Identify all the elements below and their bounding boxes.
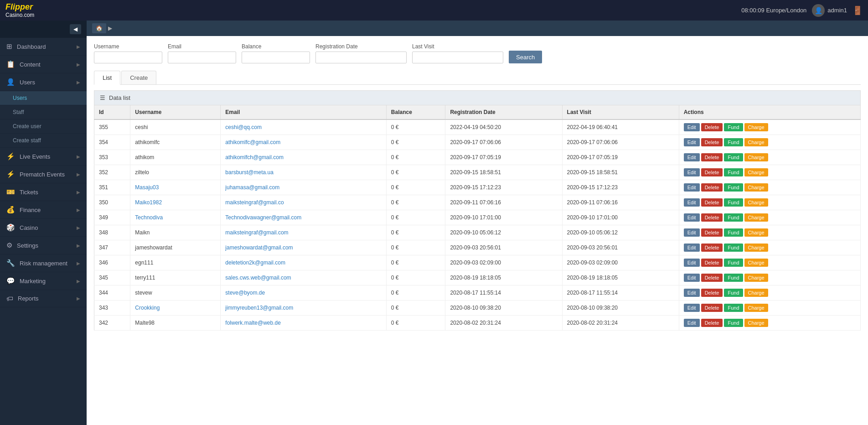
username-link[interactable]: Masaju03 xyxy=(135,184,159,191)
sidebar-item-reports[interactable]: 🏷 Reports ▶ xyxy=(0,290,87,307)
sidebar-item-marketing[interactable]: 💬 Marketing ▶ xyxy=(0,272,87,290)
tab-list[interactable]: List xyxy=(94,71,120,85)
sidebar-item-users[interactable]: 👤 Users ▶ xyxy=(0,73,87,91)
email-link[interactable]: maiksteingraf@gmail.com xyxy=(225,229,288,236)
sub-item-staff[interactable]: Staff xyxy=(0,105,87,119)
username-input[interactable] xyxy=(94,52,162,63)
sidebar-item-finance[interactable]: 💰 Finance ▶ xyxy=(0,201,87,219)
delete-button[interactable]: Delete xyxy=(701,319,723,327)
fund-button[interactable]: Fund xyxy=(724,289,743,297)
fund-button[interactable]: Fund xyxy=(724,213,743,222)
charge-button[interactable]: Charge xyxy=(744,168,768,176)
sidebar-item-tickets[interactable]: 🎫 Tickets ▶ xyxy=(0,183,87,201)
fund-button[interactable]: Fund xyxy=(724,198,743,207)
delete-button[interactable]: Delete xyxy=(701,123,723,131)
fund-button[interactable]: Fund xyxy=(724,228,743,237)
email-link[interactable]: ceshi@qq.com xyxy=(225,124,262,130)
fund-button[interactable]: Fund xyxy=(724,319,743,327)
fund-button[interactable]: Fund xyxy=(724,274,743,282)
fund-button[interactable]: Fund xyxy=(724,168,743,176)
edit-button[interactable]: Edit xyxy=(684,304,700,312)
edit-button[interactable]: Edit xyxy=(684,259,700,267)
edit-button[interactable]: Edit xyxy=(684,183,700,192)
edit-button[interactable]: Edit xyxy=(684,289,700,297)
email-link[interactable]: Technodivawagner@gmail.com xyxy=(225,214,301,221)
email-link[interactable]: athikomlfc​h@gmail.com xyxy=(225,154,284,161)
edit-button[interactable]: Edit xyxy=(684,168,700,176)
edit-button[interactable]: Edit xyxy=(684,274,700,282)
email-link[interactable]: athikomlfc@gmail.com xyxy=(225,139,280,145)
delete-button[interactable]: Delete xyxy=(701,228,723,237)
email-link[interactable]: folwerk.malte@web.de xyxy=(225,320,281,326)
edit-button[interactable]: Edit xyxy=(684,138,700,146)
delete-button[interactable]: Delete xyxy=(701,168,723,176)
sidebar-item-dashboard[interactable]: ⊞ Dashboard ▶ xyxy=(0,38,87,56)
logout-icon[interactable]: 🚪 xyxy=(852,5,863,16)
last-visit-input[interactable] xyxy=(412,52,503,63)
sidebar-item-prematch-events[interactable]: ⚡ Prematch Events ▶ xyxy=(0,166,87,183)
delete-button[interactable]: Delete xyxy=(701,213,723,222)
admin-user[interactable]: 👤 admin1 xyxy=(812,4,847,17)
charge-button[interactable]: Charge xyxy=(744,213,768,222)
fund-button[interactable]: Fund xyxy=(724,183,743,192)
fund-button[interactable]: Fund xyxy=(724,123,743,131)
email-link[interactable]: jimmyreuben13@gmail.com xyxy=(225,305,293,311)
charge-button[interactable]: Charge xyxy=(744,228,768,237)
sidebar-item-casino[interactable]: 🎲 Casino ▶ xyxy=(0,219,87,237)
delete-button[interactable]: Delete xyxy=(701,244,723,252)
delete-button[interactable]: Delete xyxy=(701,138,723,146)
sidebar-item-content[interactable]: 📋 Content ▶ xyxy=(0,56,87,73)
delete-button[interactable]: Delete xyxy=(701,259,723,267)
sidebar-item-risk-management[interactable]: 🔧 Risk management ▶ xyxy=(0,254,87,272)
charge-button[interactable]: Charge xyxy=(744,138,768,146)
username-link[interactable]: Crookking xyxy=(135,305,160,311)
email-link[interactable]: jameshowardat@gmail.com xyxy=(225,244,293,251)
edit-button[interactable]: Edit xyxy=(684,153,700,161)
delete-button[interactable]: Delete xyxy=(701,183,723,192)
sidebar-toggle-button[interactable]: ◀ xyxy=(70,24,81,34)
sub-item-create-user[interactable]: Create user xyxy=(0,119,87,134)
delete-button[interactable]: Delete xyxy=(701,153,723,161)
username-link[interactable]: Maiko1982 xyxy=(135,199,162,206)
email-link[interactable]: maiksteingraf@gmail.co xyxy=(225,199,284,206)
fund-button[interactable]: Fund xyxy=(724,259,743,267)
fund-button[interactable]: Fund xyxy=(724,304,743,312)
delete-button[interactable]: Delete xyxy=(701,289,723,297)
charge-button[interactable]: Charge xyxy=(744,153,768,161)
username-link[interactable]: Technodiva xyxy=(135,214,163,221)
sidebar-item-settings[interactable]: ⚙ Settings ▶ xyxy=(0,237,87,254)
fund-button[interactable]: Fund xyxy=(724,138,743,146)
charge-button[interactable]: Charge xyxy=(744,304,768,312)
sidebar-item-live-events[interactable]: ⚡ Live Events ▶ xyxy=(0,148,87,166)
charge-button[interactable]: Charge xyxy=(744,244,768,252)
email-link[interactable]: sales.cws.web@gmail.com xyxy=(225,275,291,281)
delete-button[interactable]: Delete xyxy=(701,198,723,207)
registration-date-input[interactable] xyxy=(315,52,407,63)
sub-item-create-staff[interactable]: Create staff xyxy=(0,134,87,148)
charge-button[interactable]: Charge xyxy=(744,123,768,131)
delete-button[interactable]: Delete xyxy=(701,304,723,312)
email-link[interactable]: deletetion2k@gmail.com xyxy=(225,259,285,266)
tab-create[interactable]: Create xyxy=(121,71,156,84)
search-button[interactable]: Search xyxy=(509,51,542,63)
edit-button[interactable]: Edit xyxy=(684,319,700,327)
fund-button[interactable]: Fund xyxy=(724,244,743,252)
edit-button[interactable]: Edit xyxy=(684,228,700,237)
balance-input[interactable] xyxy=(242,52,310,63)
email-input[interactable] xyxy=(168,52,236,63)
sub-item-users[interactable]: Users xyxy=(0,91,87,105)
charge-button[interactable]: Charge xyxy=(744,319,768,327)
edit-button[interactable]: Edit xyxy=(684,213,700,222)
email-link[interactable]: barsburst@meta.ua xyxy=(225,169,274,176)
charge-button[interactable]: Charge xyxy=(744,289,768,297)
edit-button[interactable]: Edit xyxy=(684,198,700,207)
edit-button[interactable]: Edit xyxy=(684,123,700,131)
email-link[interactable]: juhamasa@gmail.com xyxy=(225,184,279,191)
delete-button[interactable]: Delete xyxy=(701,274,723,282)
charge-button[interactable]: Charge xyxy=(744,198,768,207)
charge-button[interactable]: Charge xyxy=(744,183,768,192)
charge-button[interactable]: Charge xyxy=(744,259,768,267)
edit-button[interactable]: Edit xyxy=(684,244,700,252)
fund-button[interactable]: Fund xyxy=(724,153,743,161)
charge-button[interactable]: Charge xyxy=(744,274,768,282)
